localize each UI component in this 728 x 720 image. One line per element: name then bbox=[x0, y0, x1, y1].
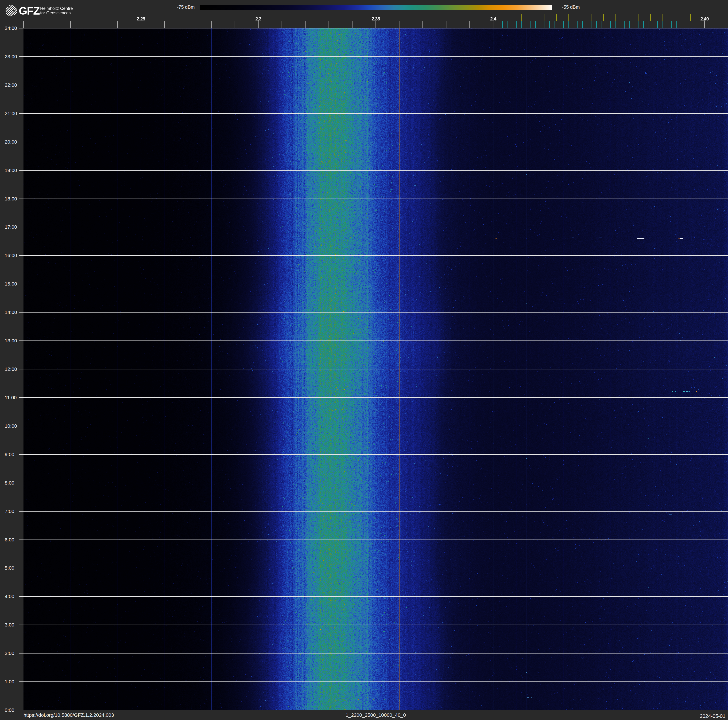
svg-text:GFZ: GFZ bbox=[19, 5, 40, 17]
svg-text:Helmholtz Centre: Helmholtz Centre bbox=[40, 6, 73, 11]
svg-text:for Geosciences: for Geosciences bbox=[40, 11, 71, 15]
